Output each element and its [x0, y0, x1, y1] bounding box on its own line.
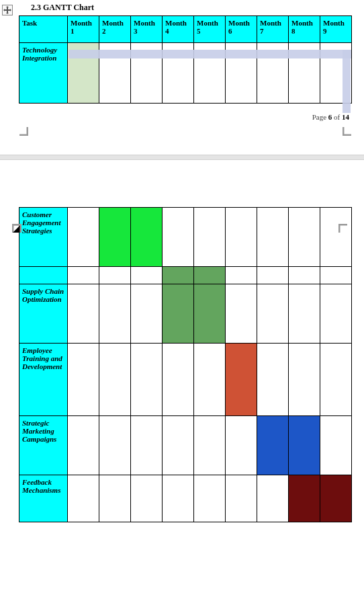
- table-row: Employee Training and Development: [19, 344, 352, 416]
- col-month-2: Month 2: [99, 16, 131, 43]
- gantt-bar: [289, 475, 320, 522]
- gantt-bar: [194, 267, 226, 284]
- task-name: Strategic Marketing Campaigns: [19, 416, 68, 475]
- table-row: Feedback Mechanisms: [19, 475, 352, 522]
- gantt-bar: [68, 43, 99, 104]
- col-month-7: Month 7: [257, 16, 289, 43]
- gantt-bar: [226, 344, 257, 416]
- table-row: Strategic Marketing Campaigns: [19, 416, 352, 475]
- page-number: Page 6 of 14: [0, 113, 349, 121]
- gantt-bar: [163, 267, 194, 284]
- crop-mark-icon: [343, 126, 352, 136]
- task-name: Customer Engagement Strategies: [19, 208, 68, 267]
- task-name: Feedback Mechanisms: [19, 475, 68, 522]
- gantt-bar: [163, 284, 194, 344]
- task-name: Employee Training and Development: [19, 344, 68, 416]
- crop-mark-icon: [338, 224, 348, 233]
- task-name: [19, 267, 68, 284]
- table-row: Supply Chain Optimization: [19, 284, 352, 344]
- gantt-bar: [99, 208, 131, 267]
- crop-mark-icon: [19, 126, 28, 136]
- col-month-5: Month 5: [194, 16, 226, 43]
- move-handle-icon[interactable]: [2, 5, 13, 15]
- col-month-1: Month 1: [68, 16, 99, 43]
- table-row: Technology Integration: [19, 43, 352, 104]
- col-month-6: Month 6: [226, 16, 257, 43]
- gantt-table-bottom: Customer Engagement Strategies Supply Ch…: [19, 207, 352, 522]
- col-month-3: Month 3: [131, 16, 163, 43]
- col-month-4: Month 4: [163, 16, 194, 43]
- gantt-bar: [131, 208, 163, 267]
- header-row: Task Month 1 Month 2 Month 3 Month 4 Mon…: [19, 16, 352, 43]
- gantt-bar: [194, 284, 226, 344]
- gantt-table-top: Task Month 1 Month 2 Month 3 Month 4 Mon…: [19, 15, 352, 104]
- gantt-bar: [289, 416, 320, 475]
- gantt-bar: [257, 416, 289, 475]
- task-name: Technology Integration: [19, 43, 68, 104]
- col-task: Task: [19, 16, 68, 43]
- task-name: Supply Chain Optimization: [19, 284, 68, 344]
- crop-mark-icon: [12, 224, 21, 233]
- table-row: Customer Engagement Strategies: [19, 208, 352, 267]
- table-row: [19, 267, 352, 284]
- gantt-bar: [320, 475, 352, 522]
- col-month-8: Month 8: [289, 16, 320, 43]
- col-month-9: Month 9: [320, 16, 352, 43]
- page-gap: [0, 155, 364, 160]
- section-heading: 2.3 GANTT Chart: [31, 3, 364, 13]
